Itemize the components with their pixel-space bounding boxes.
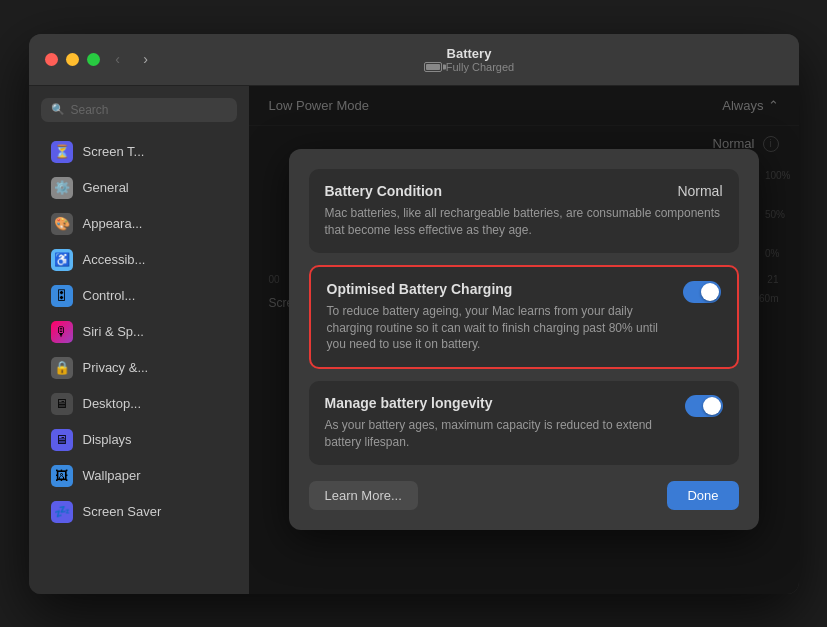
sidebar-item-label: Desktop... (83, 396, 142, 411)
sidebar-item-privacy[interactable]: 🔒 Privacy &... (35, 350, 243, 386)
optimised-charging-row: Optimised Battery Charging To reduce bat… (327, 281, 721, 353)
done-button[interactable]: Done (667, 481, 738, 510)
battery-longevity-content: Manage battery longevity As your battery… (325, 395, 673, 451)
toggle-thumb (703, 397, 721, 415)
sidebar-item-label: Wallpaper (83, 468, 141, 483)
sidebar-item-label: General (83, 180, 129, 195)
battery-icon (424, 62, 442, 72)
title-section: Battery Fully Charged (156, 46, 783, 73)
battery-condition-value: Normal (677, 183, 722, 199)
sidebar-item-siri[interactable]: 🎙 Siri & Sp... (35, 314, 243, 350)
optimised-charging-desc: To reduce battery ageing, your Mac learn… (327, 303, 671, 353)
search-icon: 🔍 (51, 103, 65, 116)
sidebar-item-label: Appeara... (83, 216, 143, 231)
close-button[interactable] (45, 53, 58, 66)
screensaver-icon: 💤 (51, 501, 73, 523)
sidebar-item-control[interactable]: 🎛 Control... (35, 278, 243, 314)
maximize-button[interactable] (87, 53, 100, 66)
sidebar-item-label: Siri & Sp... (83, 324, 144, 339)
sidebar-item-label: Control... (83, 288, 136, 303)
battery-condition-desc: Mac batteries, like all rechargeable bat… (325, 205, 723, 239)
privacy-icon: 🔒 (51, 357, 73, 379)
optimised-charging-title: Optimised Battery Charging (327, 281, 671, 297)
sidebar-item-label: Screen Saver (83, 504, 162, 519)
sidebar-item-desktop[interactable]: 🖥 Desktop... (35, 386, 243, 422)
modal-overlay: Battery Condition Normal Mac batteries, … (249, 86, 799, 594)
main-window: ‹ › Battery Fully Charged 🔍 Search ⏳ Scr… (29, 34, 799, 594)
learn-more-button[interactable]: Learn More... (309, 481, 418, 510)
battery-longevity-section: Manage battery longevity As your battery… (309, 381, 739, 465)
screen-time-icon: ⏳ (51, 141, 73, 163)
sidebar-item-displays[interactable]: 🖥 Displays (35, 422, 243, 458)
window-subtitle: Fully Charged (424, 61, 514, 73)
search-bar[interactable]: 🔍 Search (41, 98, 237, 122)
siri-icon: 🎙 (51, 321, 73, 343)
optimised-charging-toggle[interactable] (683, 281, 721, 303)
sidebar-item-label: Privacy &... (83, 360, 149, 375)
sidebar-item-label: Accessib... (83, 252, 146, 267)
manage-longevity-title: Manage battery longevity (325, 395, 673, 411)
sidebar-item-screensaver[interactable]: 💤 Screen Saver (35, 494, 243, 530)
content-area: Low Power Mode Always ⌃ Normal i (249, 86, 799, 594)
optimised-charging-section: Optimised Battery Charging To reduce bat… (309, 265, 739, 369)
desktop-icon: 🖥 (51, 393, 73, 415)
wallpaper-icon: 🖼 (51, 465, 73, 487)
optimised-charging-content: Optimised Battery Charging To reduce bat… (327, 281, 671, 353)
traffic-lights (45, 53, 100, 66)
sidebar-item-label: Displays (83, 432, 132, 447)
battery-longevity-row: Manage battery longevity As your battery… (325, 395, 723, 451)
control-icon: 🎛 (51, 285, 73, 307)
manage-longevity-toggle[interactable] (685, 395, 723, 417)
main-layout: 🔍 Search ⏳ Screen T... ⚙️ General 🎨 Appe… (29, 86, 799, 594)
sidebar-item-accessibility[interactable]: ♿ Accessib... (35, 242, 243, 278)
battery-condition-header: Battery Condition Normal (325, 183, 723, 199)
appearance-icon: 🎨 (51, 213, 73, 235)
sidebar: 🔍 Search ⏳ Screen T... ⚙️ General 🎨 Appe… (29, 86, 249, 594)
accessibility-icon: ♿ (51, 249, 73, 271)
sidebar-item-label: Screen T... (83, 144, 145, 159)
displays-icon: 🖥 (51, 429, 73, 451)
battery-info-modal: Battery Condition Normal Mac batteries, … (289, 149, 759, 530)
sidebar-item-general[interactable]: ⚙️ General (35, 170, 243, 206)
manage-longevity-desc: As your battery ages, maximum capacity i… (325, 417, 673, 451)
back-arrow[interactable]: ‹ (108, 49, 128, 69)
titlebar: ‹ › Battery Fully Charged (29, 34, 799, 86)
sidebar-item-wallpaper[interactable]: 🖼 Wallpaper (35, 458, 243, 494)
sidebar-item-appearance[interactable]: 🎨 Appeara... (35, 206, 243, 242)
forward-arrow[interactable]: › (136, 49, 156, 69)
minimize-button[interactable] (66, 53, 79, 66)
search-placeholder: Search (71, 103, 109, 117)
battery-condition-title: Battery Condition (325, 183, 442, 199)
battery-condition-section: Battery Condition Normal Mac batteries, … (309, 169, 739, 253)
general-icon: ⚙️ (51, 177, 73, 199)
modal-footer: Learn More... Done (309, 481, 739, 510)
toggle-thumb (701, 283, 719, 301)
window-title: Battery (447, 46, 492, 61)
sidebar-item-screen-time[interactable]: ⏳ Screen T... (35, 134, 243, 170)
